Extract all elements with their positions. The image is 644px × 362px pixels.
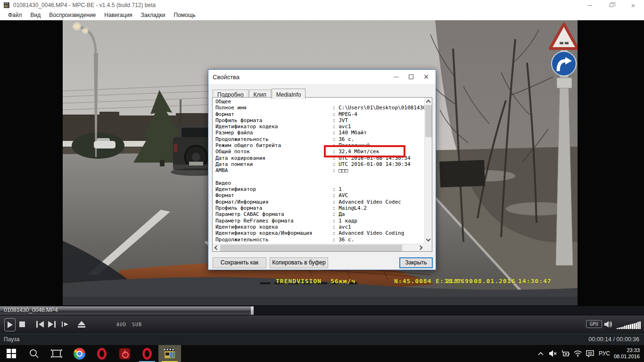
volume-bar[interactable]: [626, 325, 627, 329]
mediainfo-row: Идентификатор кодека: avc1: [215, 123, 424, 130]
taskbar-chrome-icon[interactable]: [68, 345, 91, 362]
mediainfo-row: Идентификатор кодека: avc1: [215, 224, 424, 230]
mediainfo-row: Идентификатор кодека/Информация: Advance…: [215, 230, 424, 236]
frame-step-button[interactable]: [62, 321, 69, 327]
search-icon: [29, 349, 39, 358]
tray-battery-button[interactable]: [559, 345, 571, 362]
menu-item-4[interactable]: Закладки: [137, 10, 170, 20]
scroll-down-icon[interactable]: [426, 237, 431, 242]
window-close-button[interactable]: ×: [622, 0, 644, 10]
menu-item-2[interactable]: Воспроизведение: [45, 10, 100, 20]
horizontal-scrollbar[interactable]: [213, 244, 424, 251]
dialog-close-button[interactable]: ×: [419, 71, 434, 83]
screen: BE 01081430_0046.MP4 - MPC-BE - v1.4.5 (…: [0, 0, 644, 362]
tab-mediainfo[interactable]: MediaInfo: [272, 89, 306, 99]
tray-network-button[interactable]: [571, 345, 584, 362]
taskbar-opera-2-icon[interactable]: [136, 345, 158, 362]
subtitle-track-button[interactable]: SUB: [132, 322, 142, 327]
menu-item-3[interactable]: Навигация: [100, 10, 136, 20]
tray-chevron-button[interactable]: [535, 345, 547, 362]
dialog-maximize-button[interactable]: [404, 71, 419, 83]
volume-bar[interactable]: [634, 323, 635, 329]
window-minimize-button[interactable]: [579, 0, 601, 10]
tray-action-center-button[interactable]: [584, 345, 596, 362]
scroll-up-icon[interactable]: [426, 100, 431, 105]
mediainfo-row: Формат/Информация: Advanced Video Codec: [215, 199, 424, 205]
mediainfo-label: Дата кодирования: [215, 155, 332, 161]
stop-button[interactable]: [19, 321, 25, 327]
start-button[interactable]: [0, 345, 23, 362]
volume-bar[interactable]: [619, 328, 620, 329]
taskbar-opera-icon[interactable]: [91, 345, 113, 362]
tray-clock[interactable]: 23:33 08.01.2016: [613, 347, 644, 360]
copy-to-clipboard-button[interactable]: Копировать в буфер: [270, 257, 328, 268]
scroll-right-icon[interactable]: [418, 246, 423, 250]
mediainfo-label: Формат: [215, 111, 332, 117]
taskbar-search-button[interactable]: [23, 345, 45, 362]
language-indicator[interactable]: РУС: [596, 350, 613, 357]
mediainfo-label: Размер файла: [215, 130, 332, 136]
mediainfo-row: Дата пометки: UTC 2016-01-08 14:30:34: [215, 161, 424, 167]
minimize-icon: [394, 77, 399, 77]
mediainfo-rows: ОбщееПолное имя: C:\Users\01\Desktop\010…: [213, 98, 424, 244]
window-restore-button[interactable]: [601, 0, 622, 10]
maximize-icon: [409, 74, 413, 79]
volume-bar[interactable]: [636, 323, 637, 329]
time-display: 00:00:14 / 00:00:36: [588, 336, 639, 343]
mediainfo-label: Видео: [215, 180, 332, 186]
mediainfo-value: : UTC 2016-01-08 14:30:34: [332, 155, 411, 161]
mediainfo-label: [215, 174, 332, 180]
tray-volume-button[interactable]: [547, 345, 559, 362]
volume-bar[interactable]: [620, 327, 622, 329]
volume-bar[interactable]: [622, 327, 624, 329]
menu-item-5[interactable]: Помощь: [170, 10, 200, 20]
mediainfo-label: Режим общего битрейта: [215, 142, 332, 148]
seek-bar[interactable]: 01081430_0046.MP4: [0, 305, 644, 315]
save-as-button[interactable]: Сохранить как: [213, 257, 266, 268]
mediainfo-row: Общее: [215, 99, 424, 105]
close-dialog-button[interactable]: Закрыть: [399, 257, 433, 268]
mediainfo-row: Дата кодирования: UTC 2016-01-08 14:30:3…: [215, 155, 424, 161]
mediainfo-value: : Постоянный: [332, 142, 370, 148]
dialog-minimize-button[interactable]: [388, 71, 404, 83]
window-title: 01081430_0046.MP4 - MPC-BE - v1.4.5 (bui…: [13, 2, 156, 8]
mediainfo-row: Видео: [215, 180, 424, 186]
play-button[interactable]: [4, 318, 16, 331]
audio-track-button[interactable]: AUD: [116, 322, 126, 327]
seek-thumb[interactable]: [251, 306, 254, 315]
volume-mute-button[interactable]: [604, 321, 613, 328]
power-app-icon: [119, 348, 131, 360]
mediainfo-row: Продолжительность: 36 с.: [215, 136, 424, 142]
volume-bar[interactable]: [630, 324, 631, 329]
mediainfo-value: : 140 Мбайт: [332, 130, 367, 136]
eject-button[interactable]: [78, 321, 85, 328]
taskbar-power-app-icon[interactable]: [113, 345, 136, 362]
mediainfo-label: Полное имя: [215, 105, 332, 111]
next-button[interactable]: [48, 321, 56, 328]
volume-bar[interactable]: [628, 325, 629, 329]
mediainfo-value: : Advanced Video Coding: [332, 230, 404, 236]
seekbar-filename: 01081430_0046.MP4: [4, 307, 58, 313]
playback-status: Пауза: [4, 336, 19, 343]
volume-bar[interactable]: [617, 328, 618, 329]
volume-bars[interactable]: [617, 320, 641, 329]
action-center-icon: [586, 350, 594, 357]
volume-bar[interactable]: [639, 321, 641, 329]
mediainfo-value: : 1: [332, 186, 342, 192]
volume-bar[interactable]: [637, 322, 639, 329]
battery-status-icon: [561, 350, 570, 357]
previous-button[interactable]: [36, 321, 44, 328]
volume-bar[interactable]: [624, 326, 626, 329]
task-view-button[interactable]: [45, 345, 68, 362]
taskbar-mpc-be-icon[interactable]: [158, 345, 181, 362]
menu-item-1[interactable]: Вид: [26, 10, 45, 20]
horizontal-scroll-thumb[interactable]: [220, 245, 402, 251]
vertical-scroll-thumb[interactable]: [425, 105, 432, 137]
mediainfo-row: Профиль формата: JVT: [215, 117, 424, 123]
scroll-left-icon[interactable]: [215, 246, 219, 250]
vertical-scrollbar[interactable]: [424, 98, 432, 244]
mediainfo-row: Формат: AVC: [215, 192, 424, 198]
volume-bar[interactable]: [632, 324, 633, 329]
mediainfo-value: : 32,4 Мбит/сек: [332, 148, 379, 155]
menu-item-0[interactable]: Файл: [4, 10, 26, 20]
